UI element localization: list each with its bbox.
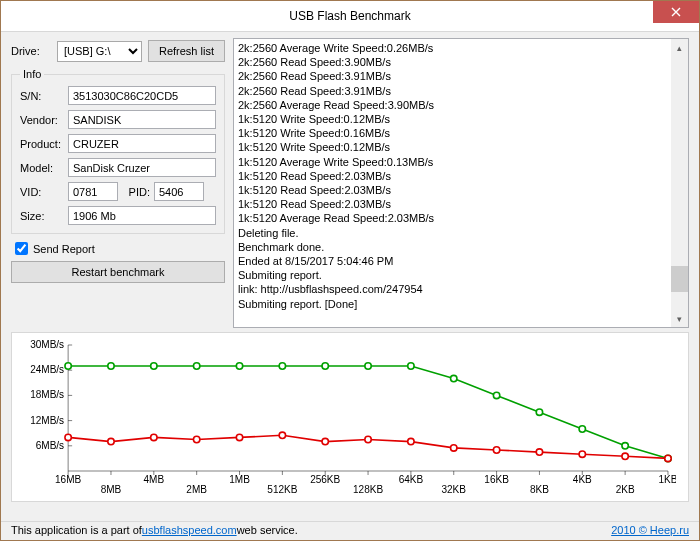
svg-text:12MB/s: 12MB/s: [30, 415, 64, 426]
footer-link-heep[interactable]: 2010 © Heep.ru: [611, 524, 689, 536]
svg-text:16MB: 16MB: [55, 474, 81, 485]
footer: This application is a part of usbflashsp…: [1, 521, 699, 540]
svg-text:8KB: 8KB: [530, 484, 549, 495]
svg-point-69: [579, 451, 585, 457]
pid-label: PID:: [122, 186, 150, 198]
vid-label: VID:: [20, 186, 64, 198]
send-report-row[interactable]: Send Report: [15, 242, 225, 255]
sn-field[interactable]: [68, 86, 216, 105]
svg-text:6MB/s: 6MB/s: [36, 440, 64, 451]
svg-text:2MB: 2MB: [186, 484, 207, 495]
svg-point-64: [365, 436, 371, 442]
svg-point-60: [193, 436, 199, 442]
svg-point-65: [408, 438, 414, 444]
titlebar: USB Flash Benchmark: [1, 1, 699, 32]
svg-point-59: [151, 434, 157, 440]
refresh-list-button[interactable]: Refresh list: [148, 40, 225, 62]
svg-point-46: [236, 363, 242, 369]
size-label: Size:: [20, 210, 64, 222]
svg-point-53: [536, 409, 542, 415]
svg-text:512KB: 512KB: [267, 484, 297, 495]
send-report-checkbox[interactable]: [15, 242, 28, 255]
close-button[interactable]: [653, 1, 699, 23]
footer-text-prefix: This application is a part of: [11, 524, 142, 536]
log-text[interactable]: 2k:2560 Average Write Speed:0.26MB/s 2k:…: [234, 39, 671, 327]
svg-text:2KB: 2KB: [616, 484, 635, 495]
vendor-field[interactable]: [68, 110, 216, 129]
svg-point-55: [622, 443, 628, 449]
footer-text-suffix: web service.: [237, 524, 298, 536]
svg-text:24MB/s: 24MB/s: [30, 364, 64, 375]
size-field[interactable]: [68, 206, 216, 225]
svg-text:8MB: 8MB: [101, 484, 122, 495]
vid-field[interactable]: [68, 182, 118, 201]
svg-point-54: [579, 426, 585, 432]
svg-point-58: [108, 438, 114, 444]
model-field[interactable]: [68, 158, 216, 177]
svg-point-42: [65, 363, 71, 369]
info-legend: Info: [20, 68, 44, 80]
drive-label: Drive:: [11, 45, 51, 57]
svg-point-50: [408, 363, 414, 369]
scroll-track[interactable]: [671, 56, 688, 310]
drive-row: Drive: [USB] G:\ Refresh list: [11, 40, 225, 62]
left-column: Drive: [USB] G:\ Refresh list Info S/N: …: [11, 38, 225, 328]
svg-point-62: [279, 432, 285, 438]
svg-point-49: [365, 363, 371, 369]
svg-text:32KB: 32KB: [441, 484, 466, 495]
svg-text:128KB: 128KB: [353, 484, 383, 495]
scroll-thumb[interactable]: [671, 266, 688, 292]
pid-field[interactable]: [154, 182, 204, 201]
info-group: Info S/N: Vendor: Product: Model:: [11, 68, 225, 234]
svg-text:1KB: 1KB: [659, 474, 676, 485]
send-report-label: Send Report: [33, 243, 95, 255]
sn-label: S/N:: [20, 90, 64, 102]
svg-point-71: [665, 455, 671, 461]
svg-text:1MB: 1MB: [229, 474, 250, 485]
footer-link-usbflashspeed[interactable]: usbflashspeed.com: [142, 524, 237, 536]
window-title: USB Flash Benchmark: [1, 9, 699, 23]
product-label: Product:: [20, 138, 64, 150]
svg-point-68: [536, 449, 542, 455]
svg-point-47: [279, 363, 285, 369]
scroll-down-icon[interactable]: ▾: [671, 310, 688, 327]
vendor-label: Vendor:: [20, 114, 64, 126]
log-scrollbar[interactable]: ▴ ▾: [671, 39, 688, 327]
window-body: Drive: [USB] G:\ Refresh list Info S/N: …: [1, 32, 699, 521]
svg-point-67: [493, 447, 499, 453]
restart-benchmark-button[interactable]: Restart benchmark: [11, 261, 225, 283]
benchmark-chart: 6MB/s12MB/s18MB/s24MB/s30MB/s16MB8MB4MB2…: [24, 339, 676, 499]
svg-point-57: [65, 434, 71, 440]
svg-point-44: [151, 363, 157, 369]
svg-point-43: [108, 363, 114, 369]
svg-text:18MB/s: 18MB/s: [30, 389, 64, 400]
chart-panel: 6MB/s12MB/s18MB/s24MB/s30MB/s16MB8MB4MB2…: [11, 332, 689, 502]
svg-point-70: [622, 453, 628, 459]
svg-text:30MB/s: 30MB/s: [30, 339, 64, 350]
svg-point-66: [451, 445, 457, 451]
svg-point-48: [322, 363, 328, 369]
svg-point-51: [451, 375, 457, 381]
svg-point-61: [236, 434, 242, 440]
model-label: Model:: [20, 162, 64, 174]
svg-text:64KB: 64KB: [399, 474, 424, 485]
app-window: USB Flash Benchmark Drive: [USB] G:\ Ref…: [0, 0, 700, 541]
log-output: 2k:2560 Average Write Speed:0.26MB/s 2k:…: [233, 38, 689, 328]
svg-point-45: [193, 363, 199, 369]
svg-text:4MB: 4MB: [144, 474, 165, 485]
product-field[interactable]: [68, 134, 216, 153]
svg-text:256KB: 256KB: [310, 474, 340, 485]
svg-point-63: [322, 438, 328, 444]
svg-text:4KB: 4KB: [573, 474, 592, 485]
drive-select[interactable]: [USB] G:\: [57, 41, 142, 62]
scroll-up-icon[interactable]: ▴: [671, 39, 688, 56]
svg-point-52: [493, 392, 499, 398]
top-row: Drive: [USB] G:\ Refresh list Info S/N: …: [11, 38, 689, 328]
svg-text:16KB: 16KB: [484, 474, 509, 485]
